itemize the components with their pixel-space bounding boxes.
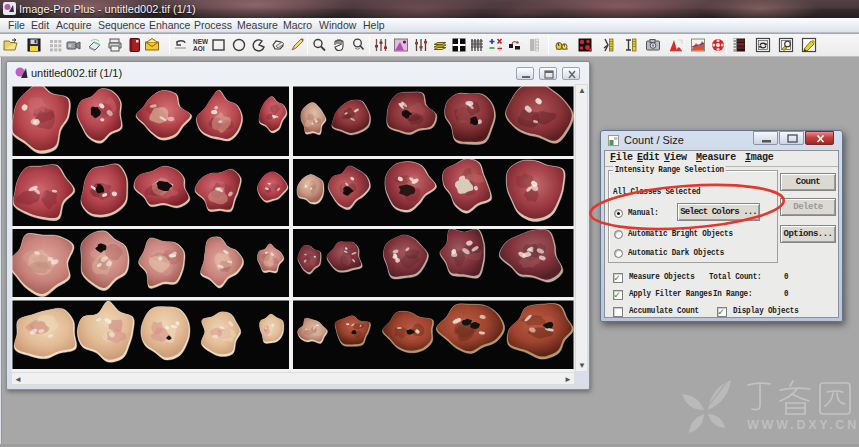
- svg-text:WWW.DXY.CN: WWW.DXY.CN: [747, 418, 859, 432]
- svg-text:AOI: AOI: [193, 45, 205, 52]
- svg-text:NEW: NEW: [193, 38, 208, 45]
